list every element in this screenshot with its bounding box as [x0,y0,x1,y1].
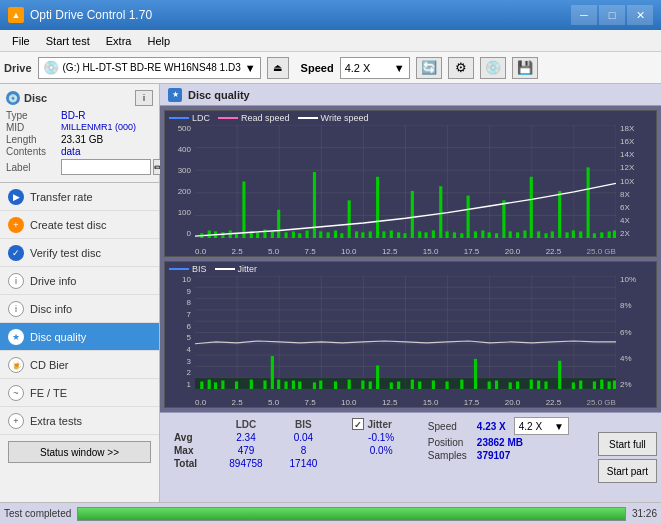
progress-bar [77,507,626,521]
svg-rect-63 [530,177,533,238]
disc-info-btn[interactable]: i [135,90,153,106]
svg-rect-39 [361,232,364,238]
svg-rect-120 [418,381,421,389]
svg-rect-116 [376,365,379,389]
menu-extra[interactable]: Extra [98,33,140,49]
legend-jitter: Jitter [215,264,258,274]
total-label: Total [168,457,215,470]
svg-rect-115 [369,381,372,389]
total-ldc: 894758 [215,457,276,470]
disc-info-label: Disc info [30,303,72,315]
main-area: 💿 Disc i Type BD-R MID MILLENMR1 (000) L… [0,84,661,502]
svg-rect-48 [424,232,427,238]
speed-row-label: Speed [428,421,473,432]
sidebar-item-disc-info[interactable]: i Disc info [0,295,159,323]
disc-contents-row: Contents data [6,146,153,157]
sidebar-item-extra-tests[interactable]: + Extra tests [0,407,159,435]
svg-rect-70 [579,231,582,238]
svg-rect-67 [558,191,561,238]
menu-file[interactable]: File [4,33,38,49]
svg-rect-29 [292,231,295,238]
chart1-y-right: 18X 16X 14X 12X 10X 8X 6X 4X 2X [618,125,656,238]
svg-rect-112 [334,381,337,389]
stats-row-total: Total 894758 17140 [168,457,416,470]
disc-type-value: BD-R [61,110,85,121]
content-title: Disc quality [188,89,250,101]
fe-te-icon: ~ [8,385,24,401]
sidebar-item-cd-bier[interactable]: 🍺 CD Bier [0,351,159,379]
svg-rect-37 [348,200,351,238]
drive-selector[interactable]: 💿 (G:) HL-DT-ST BD-RE WH16NS48 1.D3 ▼ [38,57,261,79]
sidebar-item-verify-test-disc[interactable]: ✓ Verify test disc [0,239,159,267]
maximize-button[interactable]: □ [599,5,625,25]
svg-rect-71 [587,167,590,238]
label-input[interactable] [61,159,151,175]
svg-rect-43 [390,230,393,238]
col-jitter-header: ✓ Jitter [346,417,415,431]
cd-bier-label: CD Bier [30,359,69,371]
chart2-svg [195,276,616,389]
disc-button[interactable]: 💿 [480,57,506,79]
settings-button[interactable]: ⚙ [448,57,474,79]
svg-rect-111 [319,381,322,389]
start-full-button[interactable]: Start full [598,432,657,456]
svg-rect-57 [488,232,491,238]
col-bis-header: BIS [277,417,331,431]
chart2-svg-container [195,276,616,389]
svg-rect-98 [200,381,203,389]
save-button[interactable]: 💾 [512,57,538,79]
svg-rect-45 [403,233,406,238]
svg-rect-17 [208,230,211,238]
start-buttons: Start full Start part [594,413,661,502]
jitter-checkbox[interactable]: ✓ [352,418,364,430]
avg-jitter: -0.1% [346,431,415,444]
speed-row-value: 4.23 X [477,421,506,432]
total-bis: 17140 [277,457,331,470]
refresh-button[interactable]: 🔄 [416,57,442,79]
position-label: Position [428,437,473,448]
speed-selector[interactable]: 4.2 X ▼ [340,57,410,79]
svg-rect-138 [613,381,616,389]
drivebar: Drive 💿 (G:) HL-DT-ST BD-RE WH16NS48 1.D… [0,52,661,84]
svg-rect-110 [313,382,316,389]
disc-panel-title: 💿 Disc [6,91,47,105]
speed-stats-selector[interactable]: 4.2 X ▼ [514,417,569,435]
drive-value: (G:) HL-DT-ST BD-RE WH16NS48 1.D3 [63,62,241,73]
sidebar-item-drive-info[interactable]: i Drive info [0,267,159,295]
progress-label: Test completed [4,508,71,519]
disc-mid-value: MILLENMR1 (000) [61,122,136,133]
speed-dropdown-arrow: ▼ [394,62,405,74]
disc-label-row: Label ✏ [6,159,153,175]
svg-rect-44 [397,232,400,238]
read-speed-color [218,117,238,119]
disc-panel-icon: 💿 [6,91,20,105]
svg-rect-54 [467,196,470,238]
svg-rect-40 [369,231,372,238]
progress-time: 31:26 [632,508,657,519]
minimize-button[interactable]: ─ [571,5,597,25]
status-window-button[interactable]: Status window >> [8,441,151,463]
sidebar-item-create-test-disc[interactable]: + Create test disc [0,211,159,239]
svg-rect-28 [284,232,287,238]
start-part-button[interactable]: Start part [598,459,657,483]
disc-length-row: Length 23.31 GB [6,134,153,145]
svg-rect-108 [292,381,295,389]
menu-help[interactable]: Help [139,33,178,49]
close-button[interactable]: ✕ [627,5,653,25]
disc-mid-label: MID [6,122,61,133]
bis-color [169,268,189,270]
svg-rect-72 [593,233,596,238]
eject-button[interactable]: ⏏ [267,57,289,79]
chart2-x-labels: 0.0 2.5 5.0 7.5 10.0 12.5 15.0 17.5 20.0… [195,398,616,407]
svg-rect-68 [565,232,568,238]
svg-rect-62 [523,230,526,238]
svg-rect-97 [195,378,616,389]
sidebar-item-transfer-rate[interactable]: ▶ Transfer rate [0,183,159,211]
svg-rect-101 [221,381,224,389]
menubar: File Start test Extra Help [0,30,661,52]
menu-start-test[interactable]: Start test [38,33,98,49]
svg-rect-124 [474,359,477,389]
sidebar-item-fe-te[interactable]: ~ FE / TE [0,379,159,407]
fe-te-label: FE / TE [30,387,67,399]
sidebar-item-disc-quality[interactable]: ★ Disc quality [0,323,159,351]
